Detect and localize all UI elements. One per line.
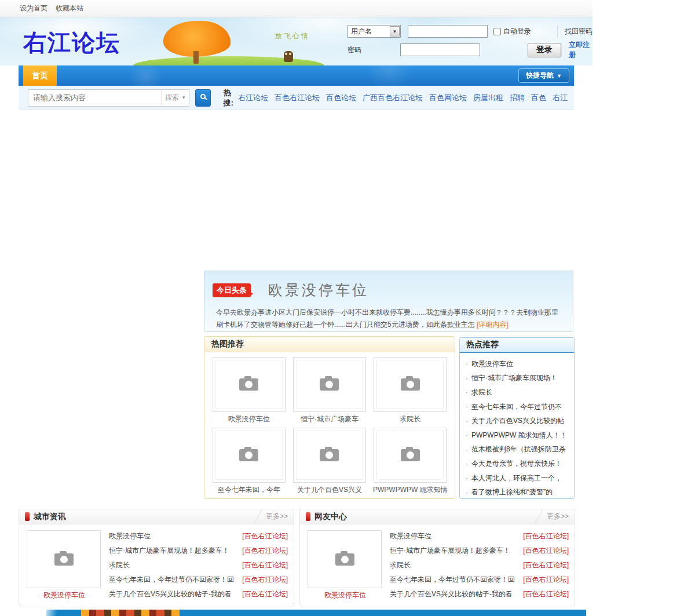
news-source-link[interactable]: [百色右江论坛] xyxy=(523,575,569,585)
hot-search-link[interactable]: 右江论坛 xyxy=(238,93,268,103)
hot-topic-text[interactable]: 欧景没停车位 xyxy=(471,359,513,369)
hot-topic-text[interactable]: 范木根被判8年（抗强拆防卫杀 xyxy=(471,444,566,454)
friends-center-list: 欧景没停车位[百色右江论坛] 恒宁·城市广场豪车展现场！超多豪车！[百色右江论坛… xyxy=(390,529,569,602)
auto-login-checkbox[interactable] xyxy=(493,28,501,35)
hot-topic-text[interactable]: 求院长 xyxy=(471,388,492,398)
hot-search-link[interactable]: 右江 xyxy=(553,93,568,103)
hot-topic-item[interactable]: ·范木根被判8年（抗强拆防卫杀 xyxy=(464,443,570,457)
headline-title[interactable]: 欧景没停车位 xyxy=(268,280,369,300)
hot-image-caption[interactable]: 欧景没停车位 xyxy=(210,414,287,424)
news-title[interactable]: 至今七年未回，今年过节仍不回家呀！回 xyxy=(109,575,234,585)
hot-topic-text[interactable]: 看了微博上徐纯和“袭警”的 xyxy=(471,487,553,497)
hot-topic-text[interactable]: 恒宁·城市广场豪车展现场！ xyxy=(471,373,557,383)
friends-center-more-link[interactable]: 更多>> xyxy=(547,512,569,522)
city-news-thumb[interactable]: 欧景没停车位 xyxy=(27,530,102,600)
hot-topic-item[interactable]: ·至今七年未回，今年过节仍不 xyxy=(464,400,570,414)
favorite-link[interactable]: 收藏本站 xyxy=(56,3,83,13)
hot-search-link[interactable]: 招聘 xyxy=(510,93,525,103)
hot-topic-item[interactable]: ·求院长 xyxy=(464,385,570,400)
hot-image-caption[interactable]: 关于几个百色VS兴义 xyxy=(291,485,368,495)
news-source-link[interactable]: [百色右江论坛] xyxy=(242,531,288,541)
hot-image-item[interactable]: 关于几个百色VS兴义 xyxy=(291,428,368,495)
hot-search-link[interactable]: 百色网论坛 xyxy=(429,93,467,103)
username-input[interactable] xyxy=(408,25,488,38)
find-password-link[interactable]: 找回密码 xyxy=(565,27,592,37)
news-row: 至今七年未回，今年过节仍不回家呀！回[百色右江论坛] xyxy=(390,573,569,587)
hot-search-link[interactable]: 百色右江论坛 xyxy=(275,93,320,103)
hot-image-item[interactable]: 恒宁·城市广场豪车 xyxy=(291,357,368,424)
hot-image-item[interactable]: 至今七年未回，今年 xyxy=(210,428,287,495)
news-title[interactable]: 至今七年未回，今年过节仍不回家呀！回 xyxy=(390,575,515,585)
hot-topic-item[interactable]: ·关于几个百色VS兴义比较的帖 xyxy=(464,414,570,428)
hot-search-link[interactable]: 广西百色右江论坛 xyxy=(363,93,423,103)
chevron-down-icon[interactable]: ▼ xyxy=(390,26,400,37)
news-source-link[interactable]: [百色右江论坛] xyxy=(242,575,288,585)
city-news-thumb-caption[interactable]: 欧景没停车位 xyxy=(27,591,102,600)
header-divider xyxy=(251,509,264,524)
search-type-select[interactable]: 搜索 ▼ xyxy=(162,89,189,107)
hot-topic-text[interactable]: PWPWPWPW 跪求知情人！！ xyxy=(471,431,567,440)
hot-topic-item[interactable]: ·PWPWPWPW 跪求知情人！！ xyxy=(464,428,570,443)
set-home-link[interactable]: 设为首页 xyxy=(20,3,47,13)
quick-nav-button[interactable]: 快捷导航 ▼ xyxy=(518,68,569,83)
news-title[interactable]: 欧景没停车位 xyxy=(390,531,431,541)
register-link[interactable]: 立即注册 xyxy=(569,40,592,60)
hot-image-item[interactable]: PWPWPWPW 跪求知情 xyxy=(372,428,449,495)
photo-placeholder xyxy=(213,357,286,412)
hot-images-title: 热图推荐 xyxy=(204,337,455,352)
bullet: · xyxy=(466,403,468,411)
news-row: 至今七年未回，今年过节仍不回家呀！回[百色右江论坛] xyxy=(109,573,288,587)
tab-home[interactable]: 首页 xyxy=(23,65,57,86)
hot-topic-item[interactable]: ·恒宁·城市广场豪车展现场！ xyxy=(464,371,570,386)
hot-search-link[interactable]: 百色论坛 xyxy=(326,93,356,103)
login-button[interactable]: 登录 xyxy=(528,43,561,57)
search-button[interactable] xyxy=(195,89,211,107)
city-news-body: 欧景没停车位 欧景没停车位[百色右江论坛] 恒宁·城市广场豪车展现场！超多豪车！… xyxy=(19,524,294,607)
news-source-link[interactable]: [百色右江论坛] xyxy=(242,546,288,556)
hot-topic-item[interactable]: ·本人河北人，环保高工一个， xyxy=(464,471,570,486)
hot-topics-title: 热点推荐 xyxy=(460,338,574,353)
news-title[interactable]: 恒宁·城市广场豪车展现场！超多豪车！ xyxy=(390,546,510,556)
news-source-link[interactable]: [百色右江论坛] xyxy=(523,546,569,556)
news-source-link[interactable]: [百色右江论坛] xyxy=(523,560,569,570)
password-input[interactable] xyxy=(400,43,480,56)
today-headline-badge[interactable]: 今日头条 xyxy=(213,283,251,297)
hot-image-caption[interactable]: 求院长 xyxy=(372,414,449,424)
hot-image-caption[interactable]: 恒宁·城市广场豪车 xyxy=(291,414,368,424)
news-title[interactable]: 欧景没停车位 xyxy=(109,531,151,541)
city-news-more-link[interactable]: 更多>> xyxy=(266,512,288,522)
search-input[interactable] xyxy=(28,89,162,107)
hot-topic-item[interactable]: ·欧景没停车位 xyxy=(464,357,570,371)
news-source-link[interactable]: [百色右江论坛] xyxy=(523,589,569,599)
friends-center-thumb-caption[interactable]: 欧景没停车位 xyxy=(308,591,383,600)
username-select[interactable]: 用户名 ▼ xyxy=(348,25,401,38)
hot-topic-item[interactable]: ·今天是母亲节，祝母亲快乐！ xyxy=(464,457,570,471)
login-row-2: 密码 登录 立即注册 xyxy=(348,43,592,57)
hot-search-link[interactable]: 房屋出租 xyxy=(473,93,503,103)
news-title[interactable]: 求院长 xyxy=(109,560,130,570)
news-row: 恒宁·城市广场豪车展现场！超多豪车！[百色右江论坛] xyxy=(109,544,288,558)
news-title[interactable]: 关于几个百色VS兴义比较的帖子-我的看 xyxy=(109,589,232,599)
news-title[interactable]: 求院长 xyxy=(390,560,411,570)
news-source-link[interactable]: [百色右江论坛] xyxy=(523,531,569,541)
header-divider xyxy=(532,509,544,524)
hot-image-caption[interactable]: 至今七年未回，今年 xyxy=(210,485,287,495)
news-row: 欧景没停车位[百色右江论坛] xyxy=(390,529,569,544)
news-source-link[interactable]: [百色右江论坛] xyxy=(242,589,288,599)
friends-center-thumb[interactable]: 欧景没停车位 xyxy=(308,530,383,600)
hot-topic-text[interactable]: 至今七年未回，今年过节仍不 xyxy=(471,402,562,412)
headline-more-link[interactable]: [详细内容] xyxy=(477,320,509,329)
hot-topic-text[interactable]: 关于几个百色VS兴义比较的帖 xyxy=(471,416,564,426)
site-logo[interactable]: 右江论坛 xyxy=(23,27,120,59)
hot-search-link[interactable]: 百色 xyxy=(531,93,546,103)
news-title[interactable]: 关于几个百色VS兴义比较的帖子-我的看 xyxy=(390,589,513,599)
hot-image-item[interactable]: 求院长 xyxy=(372,357,449,424)
page: 设为首页 收藏本站 放飞心情 右江论坛 用户名 ▼ 自动登录 xyxy=(0,0,592,616)
news-source-link[interactable]: [百色右江论坛] xyxy=(242,560,288,570)
hot-topic-text[interactable]: 今天是母亲节，祝母亲快乐！ xyxy=(471,459,562,469)
news-title[interactable]: 恒宁·城市广场豪车展现场！超多豪车！ xyxy=(109,546,229,556)
hot-image-caption[interactable]: PWPWPWPW 跪求知情 xyxy=(372,485,449,495)
hot-topic-text[interactable]: 本人河北人，环保高工一个， xyxy=(471,473,562,483)
hot-image-item[interactable]: 欧景没停车位 xyxy=(210,357,287,424)
hot-topic-item[interactable]: ·看了微博上徐纯和“袭警”的 xyxy=(464,485,570,500)
